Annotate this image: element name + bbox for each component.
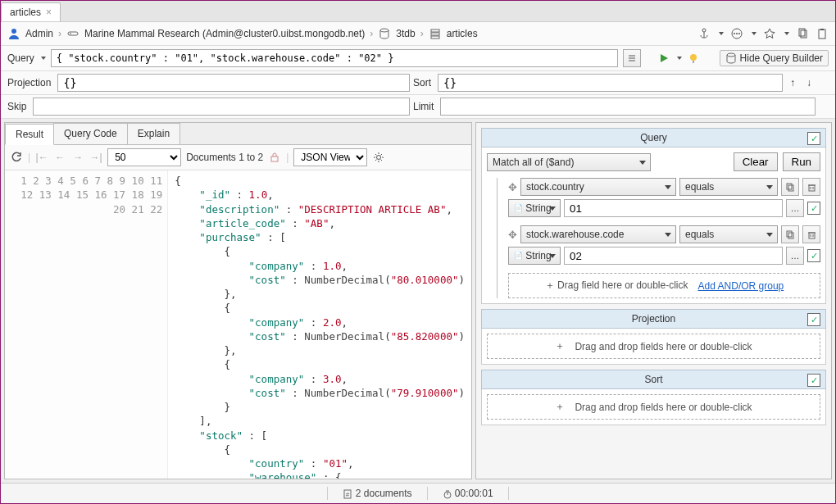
- page-size-select[interactable]: 50: [107, 148, 181, 166]
- svg-point-3: [380, 29, 388, 32]
- chevron-right-icon: ›: [370, 28, 373, 39]
- hint-icon[interactable]: [687, 52, 700, 65]
- condition-enabled-checkbox[interactable]: ✓: [807, 249, 820, 262]
- breadcrumb: Admin › Marine Mammal Research (Admin@cl…: [1, 22, 835, 46]
- ellipsis-icon[interactable]: [730, 27, 743, 40]
- anchor-icon[interactable]: [697, 27, 711, 40]
- field-select[interactable]: stock.country: [520, 178, 676, 196]
- svg-rect-5: [431, 33, 439, 35]
- lock-icon[interactable]: [268, 151, 281, 164]
- bc-db[interactable]: 3tdb: [396, 28, 415, 39]
- delete-condition-icon[interactable]: [802, 225, 820, 243]
- sort-drop[interactable]: ＋ Drag and drop fields here or double-cl…: [487, 394, 820, 420]
- sort-asc-icon[interactable]: ↑: [786, 76, 799, 89]
- svg-point-19: [690, 54, 697, 61]
- svg-rect-12: [799, 29, 805, 36]
- tab-explain[interactable]: Explain: [127, 123, 180, 144]
- app-window: articles × Admin › Marine Mammal Researc…: [0, 0, 836, 504]
- svg-rect-14: [819, 30, 825, 39]
- bc-collection[interactable]: articles: [447, 28, 478, 39]
- svg-point-10: [736, 33, 738, 34]
- svg-rect-2: [70, 34, 71, 34]
- svg-point-21: [727, 53, 735, 57]
- query-dropdown-icon[interactable]: [41, 57, 46, 60]
- next-page-icon[interactable]: →: [71, 151, 84, 164]
- gear-icon[interactable]: [372, 151, 385, 164]
- copy-condition-icon[interactable]: [781, 178, 799, 196]
- bc-connection[interactable]: Marine Mammal Research (Admin@cluster0.u…: [84, 28, 365, 39]
- query-input[interactable]: [51, 49, 618, 67]
- results-pane: Result Query Code Explain | |← ← → →| 50…: [4, 122, 472, 479]
- refresh-icon[interactable]: [10, 151, 23, 164]
- query-enabled-checkbox[interactable]: ✓: [807, 132, 820, 145]
- collection-icon: [429, 27, 442, 40]
- tab-label: articles: [10, 7, 41, 18]
- query-builder-pane: Query ✓ Match all of ($and) Clear Run: [475, 122, 832, 479]
- paste-icon[interactable]: [816, 27, 829, 40]
- sort-panel-header[interactable]: Sort ✓: [481, 370, 826, 389]
- view-mode-select[interactable]: JSON View: [293, 148, 367, 166]
- svg-rect-20: [693, 61, 694, 63]
- sort-label: Sort: [413, 77, 434, 89]
- field-select[interactable]: stock.warehouse.code: [520, 225, 676, 243]
- chevron-right-icon: ›: [420, 28, 424, 39]
- projection-enabled-checkbox[interactable]: ✓: [807, 313, 820, 326]
- projection-panel-header[interactable]: Projection ✓: [481, 309, 826, 329]
- svg-rect-25: [788, 185, 793, 191]
- svg-rect-4: [431, 30, 439, 32]
- run-button[interactable]: Run: [783, 152, 820, 171]
- sort-panel: Sort ✓ ＋ Drag and drop fields here or do…: [481, 370, 826, 425]
- svg-text:#: #: [346, 491, 350, 498]
- hide-query-builder-button[interactable]: Hide Query Builder: [720, 50, 829, 66]
- tab-result[interactable]: Result: [5, 124, 54, 145]
- projection-input[interactable]: [57, 74, 410, 92]
- condition-row: ✥ stock.country equals 📄 String … ✓: [487, 178, 820, 217]
- sort-input[interactable]: [438, 74, 783, 92]
- add-condition-drop[interactable]: ＋ Drag field here or double-click Add AN…: [508, 273, 820, 298]
- value-picker-icon[interactable]: …: [786, 199, 804, 217]
- value-input[interactable]: [564, 199, 783, 217]
- svg-point-7: [702, 29, 706, 32]
- run-icon[interactable]: [657, 52, 670, 65]
- star-icon[interactable]: [763, 27, 776, 40]
- match-mode-select[interactable]: Match all of ($and): [487, 153, 651, 171]
- projection-drop[interactable]: ＋ Drag and drop fields here or double-cl…: [487, 334, 820, 359]
- prev-page-icon[interactable]: ←: [53, 151, 66, 164]
- json-viewer[interactable]: 1 2 3 4 5 6 7 8 9 10 11 12 13 14 15 16 1…: [5, 170, 471, 479]
- sort-enabled-checkbox[interactable]: ✓: [807, 374, 820, 387]
- copy-icon[interactable]: [796, 27, 809, 40]
- drag-handle-icon[interactable]: ✥: [508, 229, 517, 241]
- add-and-or-link[interactable]: Add AND/OR group: [698, 280, 784, 292]
- sort-desc-icon[interactable]: ↓: [802, 76, 816, 89]
- operator-select[interactable]: equals: [679, 225, 778, 243]
- query-bar: Query Hide Query Builder: [1, 46, 835, 71]
- operator-select[interactable]: equals: [679, 178, 778, 196]
- type-select[interactable]: 📄 String: [508, 199, 561, 217]
- svg-rect-6: [431, 36, 439, 39]
- first-page-icon[interactable]: |←: [35, 151, 48, 164]
- value-picker-icon[interactable]: …: [786, 247, 804, 265]
- copy-condition-icon[interactable]: [781, 225, 799, 243]
- delete-condition-icon[interactable]: [802, 178, 820, 196]
- bc-user[interactable]: Admin: [25, 28, 53, 39]
- svg-point-11: [738, 33, 740, 34]
- drag-handle-icon[interactable]: ✥: [508, 181, 517, 193]
- limit-input[interactable]: [440, 98, 816, 116]
- tab-articles[interactable]: articles ×: [1, 2, 61, 21]
- condition-enabled-checkbox[interactable]: ✓: [807, 202, 820, 215]
- run-dropdown-icon[interactable]: [677, 57, 682, 60]
- last-page-icon[interactable]: →|: [89, 151, 102, 164]
- svg-rect-26: [809, 185, 815, 191]
- query-panel-header[interactable]: Query ✓: [481, 128, 826, 148]
- status-bar: # 2 documents 00:00:01: [1, 483, 835, 503]
- query-list-icon[interactable]: [623, 49, 641, 67]
- svg-point-0: [11, 29, 16, 34]
- skip-input[interactable]: [33, 98, 410, 116]
- close-icon[interactable]: ×: [46, 7, 52, 18]
- elapsed-status: 00:00:01: [443, 488, 493, 499]
- clear-button[interactable]: Clear: [734, 152, 778, 171]
- tab-query-code[interactable]: Query Code: [53, 123, 128, 144]
- type-select[interactable]: 📄 String: [508, 247, 561, 265]
- svg-rect-30: [787, 231, 792, 237]
- value-input[interactable]: [564, 247, 783, 265]
